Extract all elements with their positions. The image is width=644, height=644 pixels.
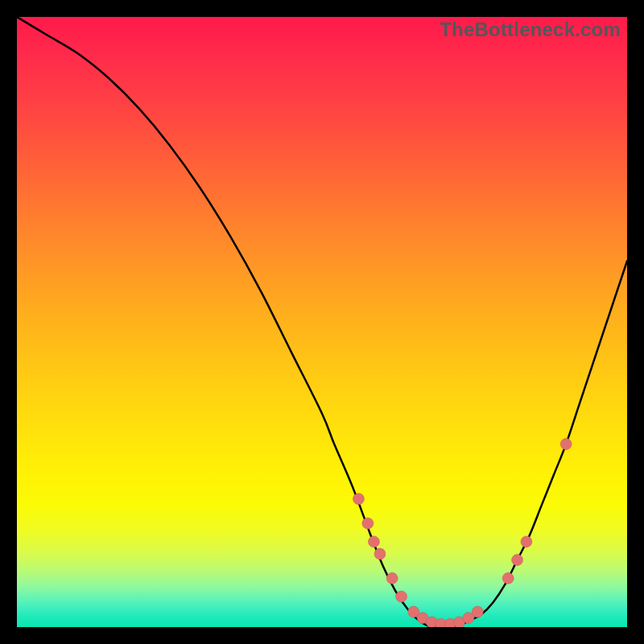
highlight-dot <box>374 548 386 559</box>
highlight-dot <box>472 606 483 617</box>
highlight-dots <box>353 439 572 627</box>
highlight-dot <box>512 555 523 566</box>
watermark-text: TheBottleneck.com <box>440 19 621 41</box>
highlight-dot <box>521 536 532 547</box>
chart-frame: TheBottleneck.com <box>11 11 633 633</box>
highlight-dot <box>386 572 398 584</box>
highlight-dot <box>560 439 572 450</box>
highlight-dot <box>362 518 374 529</box>
highlight-dot <box>396 591 407 602</box>
highlight-dot <box>368 536 379 547</box>
highlight-dot <box>353 493 364 505</box>
plot-area: TheBottleneck.com <box>17 17 627 627</box>
highlight-dot <box>502 572 514 584</box>
curve-layer <box>17 17 627 627</box>
bottleneck-curve <box>17 17 627 627</box>
